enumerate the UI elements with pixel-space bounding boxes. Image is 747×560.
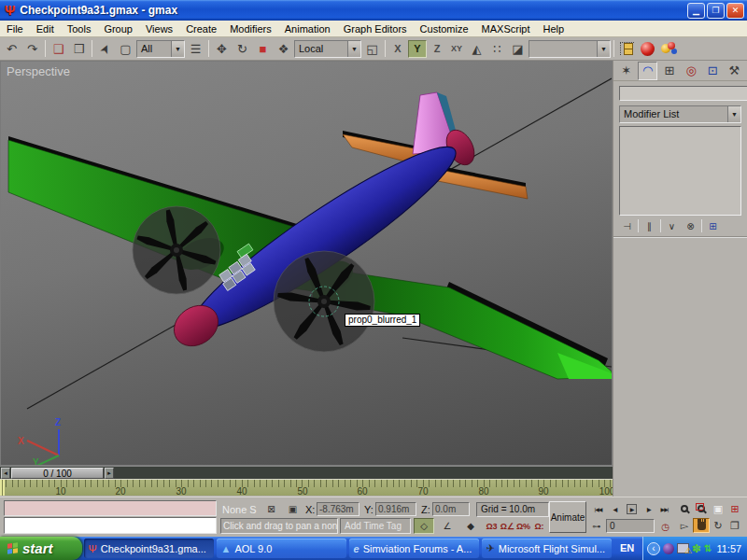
show-end-result-icon[interactable]: ∥ (641, 218, 657, 233)
select-and-manipulate-icon[interactable]: ❖ (274, 39, 293, 59)
restrict-x-button[interactable]: X (388, 40, 407, 58)
field-of-view-button[interactable]: ▻ (676, 518, 693, 533)
select-and-rotate-icon[interactable]: ↻ (233, 39, 252, 59)
select-object-icon[interactable]: ➤ (92, 35, 119, 62)
tray-display-icon[interactable]: ⚠ (677, 543, 689, 553)
selection-lock-toggle[interactable]: ⊠ (263, 502, 279, 516)
tab-hierarchy[interactable]: ⊞ (659, 62, 679, 80)
tray-globe-icon[interactable] (663, 543, 674, 554)
menu-create[interactable]: Create (179, 21, 223, 36)
snap-magnet-3-icon[interactable]: Ω3 (485, 518, 499, 534)
next-frame-button[interactable]: |▶ (641, 501, 656, 516)
play-button[interactable]: ▶ (624, 501, 640, 516)
pin-stack-icon[interactable]: ⊣ (619, 218, 635, 233)
remove-modifier-icon[interactable]: ⊗ (683, 218, 698, 233)
restrict-z-button[interactable]: Z (428, 40, 446, 58)
tab-utilities[interactable]: ⚒ (725, 62, 744, 80)
tab-create[interactable]: ✶ (616, 62, 636, 80)
start-button[interactable]: start (0, 537, 82, 560)
airplane-model[interactable] (8, 92, 612, 379)
next-frame-arrow-icon[interactable]: ► (105, 468, 114, 479)
menu-graph-editors[interactable]: Graph Editors (337, 21, 414, 36)
minimize-button[interactable]: ▁ (687, 3, 705, 19)
mirror-icon[interactable]: ◭ (467, 39, 486, 59)
make-unique-icon[interactable]: ∨ (664, 218, 680, 233)
y-coordinate-field[interactable]: 0.916m (375, 502, 416, 516)
animate-button[interactable]: Animate (549, 501, 586, 533)
absolute-offset-toggle[interactable]: ▣ (285, 502, 301, 516)
viewport-label[interactable]: Perspective (7, 64, 70, 78)
restrict-xy-plane-button[interactable]: XY (447, 40, 466, 58)
task-simviation-forums[interactable]: e Simviation Forums - A... (349, 539, 479, 558)
modifier-stack-list[interactable] (619, 126, 741, 216)
x-coordinate-field[interactable]: -8.763m (317, 502, 359, 516)
menu-customize[interactable]: Customize (414, 21, 475, 36)
close-button[interactable]: ✕ (726, 3, 744, 19)
tray-chevron-icon[interactable]: ‹ (647, 542, 660, 555)
align-icon[interactable]: ◪ (508, 39, 528, 59)
zoom-button[interactable] (676, 501, 693, 516)
select-and-scale-icon[interactable]: ■ (253, 39, 273, 59)
menu-tools[interactable]: Tools (61, 21, 98, 36)
menu-group[interactable]: Group (97, 21, 139, 36)
key-mode-toggle[interactable]: ⊶ (590, 520, 603, 533)
menu-views[interactable]: Views (139, 21, 179, 36)
language-indicator[interactable]: EN (620, 542, 634, 553)
dropdown-arrow-icon[interactable]: ▼ (597, 41, 610, 57)
menu-maxscript[interactable]: MAXScript (475, 21, 537, 36)
goto-start-button[interactable]: |◀◀ (590, 501, 606, 516)
track-bar[interactable]: 10 20 30 40 50 60 70 80 90 100 (0, 479, 613, 496)
task-gmax[interactable]: Ψ Checkpoint9a31.gma... (84, 539, 214, 558)
goto-end-button[interactable]: ▶▶| (656, 501, 672, 516)
angle-snap-toggle-icon[interactable]: ∠ (437, 518, 458, 534)
snap-magnet-angle-icon[interactable]: Ω∠ (500, 518, 514, 534)
menu-modifiers[interactable]: Modifiers (223, 21, 278, 36)
menu-edit[interactable]: Edit (30, 21, 61, 36)
right-propeller[interactable] (274, 251, 374, 352)
z-coordinate-field[interactable]: 0.0m (432, 502, 470, 516)
redo-icon[interactable]: ↷ (22, 39, 42, 59)
frame-zero-marker[interactable] (0, 480, 6, 496)
tray-network-activity-icon[interactable]: ⇅ (704, 543, 712, 553)
task-flight-simulator[interactable]: ✈ Microsoft Flight Simul... (482, 539, 612, 558)
configure-modifier-sets-icon[interactable]: ⊞ (705, 218, 721, 233)
zoom-extents-button[interactable]: ▣ (710, 501, 726, 516)
tab-display[interactable]: ⊡ (703, 62, 723, 80)
tab-motion[interactable]: ◎ (682, 62, 701, 80)
rectangular-selection-region-icon[interactable]: ▢ (116, 39, 135, 59)
add-time-tag-button[interactable]: Add Time Tag (340, 518, 411, 534)
named-selection-sets-dropdown[interactable]: ▼ (529, 40, 611, 58)
pan-button[interactable] (693, 518, 710, 533)
restore-button[interactable]: ❐ (707, 3, 725, 19)
unlink-selection-icon[interactable]: ❒ (69, 39, 89, 59)
select-and-link-icon[interactable]: ❑ (49, 39, 68, 59)
dropdown-arrow-icon[interactable]: ▼ (347, 41, 360, 57)
left-propeller[interactable] (133, 206, 220, 294)
select-and-move-icon[interactable]: ✥ (212, 39, 232, 59)
arc-rotate-button[interactable]: ↻ (710, 518, 726, 533)
menu-animation[interactable]: Animation (278, 21, 337, 36)
array-icon[interactable]: ∷ (487, 39, 507, 59)
modifier-list-dropdown[interactable]: Modifier List ▼ (619, 105, 741, 123)
snap-magnet-percent-icon[interactable]: Ω% (516, 518, 530, 534)
maxscript-mini-listener-macro[interactable] (4, 500, 217, 516)
dropdown-arrow-icon[interactable]: ▼ (727, 106, 740, 122)
min-max-toggle-button[interactable]: ❐ (726, 518, 743, 533)
time-slider[interactable]: ◄ 0 / 100 ► (0, 466, 613, 479)
task-aol[interactable]: ▲ AOL 9.0 (217, 539, 346, 558)
tab-modify[interactable]: ◠ (638, 62, 657, 80)
restrict-y-button[interactable]: Y (408, 40, 427, 58)
time-configuration-button[interactable]: ◷ (658, 520, 672, 533)
viewport-canvas[interactable]: X Y Z (1, 62, 612, 465)
menu-file[interactable]: File (0, 21, 30, 36)
title-bar[interactable]: Ψ Checkpoint9a31.gmax - gmax ▁ ❐ ✕ (0, 0, 747, 21)
zoom-extents-all-button[interactable]: ⊞ (726, 501, 743, 516)
previous-frame-button[interactable]: ◀| (607, 501, 623, 516)
material-navigator-icon[interactable] (658, 39, 678, 59)
selection-filter-dropdown[interactable]: All ▼ (136, 40, 185, 58)
tray-aol-icon[interactable]: ✽ (692, 542, 701, 555)
menu-help[interactable]: Help (537, 21, 571, 36)
select-by-name-icon[interactable]: ☰ (186, 39, 205, 59)
snap-magnet-spinner-icon[interactable]: Ω: (532, 518, 546, 534)
reference-coordinate-system-dropdown[interactable]: Local ▼ (294, 40, 361, 58)
